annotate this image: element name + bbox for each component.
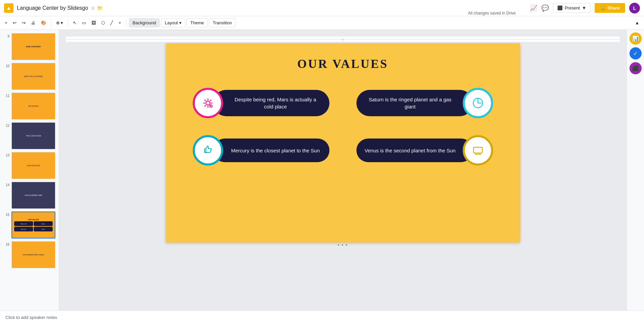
theme-button[interactable]: Theme xyxy=(187,18,208,27)
mars-text: Despite being red, Mars is actually a co… xyxy=(230,96,321,110)
lock-icon: 🔒 xyxy=(600,5,606,10)
line-tool[interactable]: ╱ xyxy=(108,19,115,27)
mars-value-box: Despite being red, Mars is actually a co… xyxy=(213,90,329,116)
slide-thumb-9[interactable]: 9 OUR CONTENT xyxy=(3,32,56,61)
more-tools[interactable]: + xyxy=(116,19,123,27)
present-button[interactable]: ⬛ Present ▼ xyxy=(553,3,591,13)
slide-preview-9: OUR CONTENT xyxy=(11,33,55,60)
autosave-status: All changes saved in Drive xyxy=(468,11,516,16)
slide-thumb-16[interactable]: 16 OUR MISSION AND VISION xyxy=(3,241,56,269)
layout-button[interactable]: Layout ▾ xyxy=(161,18,185,27)
right-side-panel: 📊 ✓ ⬛ xyxy=(626,30,644,310)
svg-point-3 xyxy=(206,101,210,105)
notes-placeholder: Click to add speaker notes xyxy=(5,315,57,320)
paint-format-button[interactable]: 🎨 xyxy=(39,19,48,27)
side-icon-1[interactable]: 📊 xyxy=(629,32,642,45)
saturn-text: Saturn is the ringed planet and a gas gi… xyxy=(365,96,456,110)
zoom-button[interactable]: ⊕ ▾ xyxy=(54,19,65,27)
values-grid: Despite being red, Mars is actually a co… xyxy=(193,88,493,166)
slide-thumb-10[interactable]: 10 WHAT TELLS US MORE xyxy=(3,62,56,91)
slide-thumb-15[interactable]: 15 OUR VALUES Mars cold Saturn xyxy=(3,211,56,239)
present-dropdown-icon: ▼ xyxy=(582,5,586,10)
venus-text: Venus is the second planet from the Sun xyxy=(365,147,456,154)
toolbar-divider-2 xyxy=(68,19,68,27)
user-avatar[interactable]: L xyxy=(629,3,640,14)
toolbar-divider-3 xyxy=(126,19,126,27)
header-section: ▲ Language Center by Slidesgo ☆ 📁 All ch… xyxy=(0,0,644,30)
collapse-toolbar-button[interactable]: ▲ xyxy=(633,19,641,27)
print-button[interactable]: 🖨 xyxy=(29,19,37,27)
value-item-mercury[interactable]: Mercury is the closest planet to the Sun xyxy=(193,135,329,166)
folder-icon[interactable]: 📁 xyxy=(97,5,103,11)
image-tool[interactable]: 🖼 xyxy=(89,19,98,27)
present-icon: ⬛ xyxy=(557,5,563,10)
venus-value-box: Venus is the second planet from the Sun xyxy=(356,139,473,162)
mercury-icon-circle xyxy=(193,135,223,166)
chart-icon[interactable]: 📈 xyxy=(530,4,537,12)
mercury-value-box: Mercury is the closest planet to the Sun xyxy=(213,139,329,162)
slide-canvas[interactable]: OUR VALUES Despite b xyxy=(166,43,520,243)
value-item-venus[interactable]: Venus is the second planet from the Sun xyxy=(356,135,493,166)
select-tool[interactable]: ▭ xyxy=(80,19,88,27)
slide-thumb-14[interactable]: 14 OUR ACADEMIC AIMS xyxy=(3,181,56,209)
toolbar-right-spacer: ▲ xyxy=(633,19,641,27)
slide-thumb-12[interactable]: 12 THE CLASS ROOM xyxy=(3,122,56,150)
background-button[interactable]: Background xyxy=(129,18,160,27)
main-layout: 9 OUR CONTENT 10 WHAT TELLS US MORE 11 T… xyxy=(0,30,644,310)
slide-preview-14: OUR ACADEMIC AIMS xyxy=(11,182,55,209)
venus-icon-circle xyxy=(463,135,493,166)
slides-panel: 9 OUR CONTENT 10 WHAT TELLS US MORE 11 T… xyxy=(0,30,59,310)
top-right-controls: 📈 💬 ⬛ Present ▼ 🔒 Share L xyxy=(530,3,640,14)
add-button[interactable]: + xyxy=(3,19,9,27)
slide-preview-15: OUR VALUES Mars cold Saturn Mercury xyxy=(11,211,55,239)
horizontal-ruler: 0 xyxy=(66,36,620,42)
share-button[interactable]: 🔒 Share xyxy=(595,3,625,13)
slide-preview-16: OUR MISSION AND VISION xyxy=(11,241,55,268)
shape-tool[interactable]: ⬡ xyxy=(99,19,107,27)
canvas-bottom: • • • xyxy=(66,243,620,248)
title-icons: ☆ 📁 xyxy=(91,5,103,11)
slide-preview-11: THE SCHOOL xyxy=(11,93,55,120)
svg-rect-9 xyxy=(474,147,482,153)
slide-thumb-13[interactable]: 13 OUR FACILITIES xyxy=(3,151,56,180)
top-bar: ▲ Language Center by Slidesgo ☆ 📁 All ch… xyxy=(0,0,644,16)
comment-icon[interactable]: 💬 xyxy=(541,4,549,12)
slide-preview-12: THE CLASS ROOM xyxy=(11,122,55,149)
slide-preview-10: WHAT TELLS US MORE xyxy=(11,63,55,90)
mercury-text: Mercury is the closest planet to the Sun xyxy=(230,147,321,154)
app-icon[interactable]: ▲ xyxy=(4,3,14,13)
doc-title: Language Center by Slidesgo xyxy=(17,5,88,11)
side-icon-2[interactable]: ✓ xyxy=(629,47,642,59)
slide-title: OUR VALUES xyxy=(166,57,520,71)
toolbar-divider-1 xyxy=(51,19,51,27)
redo-button[interactable]: ↪ xyxy=(20,19,28,27)
side-icon-3[interactable]: ⬛ xyxy=(629,62,642,74)
slide-thumb-11[interactable]: 11 THE SCHOOL xyxy=(3,92,56,120)
slide-preview-13: OUR FACILITIES xyxy=(11,152,55,179)
notes-area[interactable]: Click to add speaker notes xyxy=(0,310,644,324)
transition-button[interactable]: Transition xyxy=(209,18,236,27)
svg-text:0: 0 xyxy=(342,38,344,41)
saturn-value-box: Saturn is the ringed planet and a gas gi… xyxy=(356,90,473,116)
value-item-mars[interactable]: Despite being red, Mars is actually a co… xyxy=(193,88,329,118)
star-icon[interactable]: ☆ xyxy=(91,5,95,11)
canvas-area[interactable]: 0 OUR VALUES xyxy=(59,30,626,310)
toolbar: + ↩ ↪ 🖨 🎨 ⊕ ▾ ↖ ▭ 🖼 ⬡ ╱ + Background Lay… xyxy=(0,16,644,30)
undo-button[interactable]: ↩ xyxy=(11,19,19,27)
cursor-tool[interactable]: ↖ xyxy=(71,19,79,27)
mars-icon-circle xyxy=(193,88,223,118)
value-item-saturn[interactable]: Saturn is the ringed planet and a gas gi… xyxy=(356,88,493,118)
saturn-icon-circle xyxy=(463,88,493,118)
